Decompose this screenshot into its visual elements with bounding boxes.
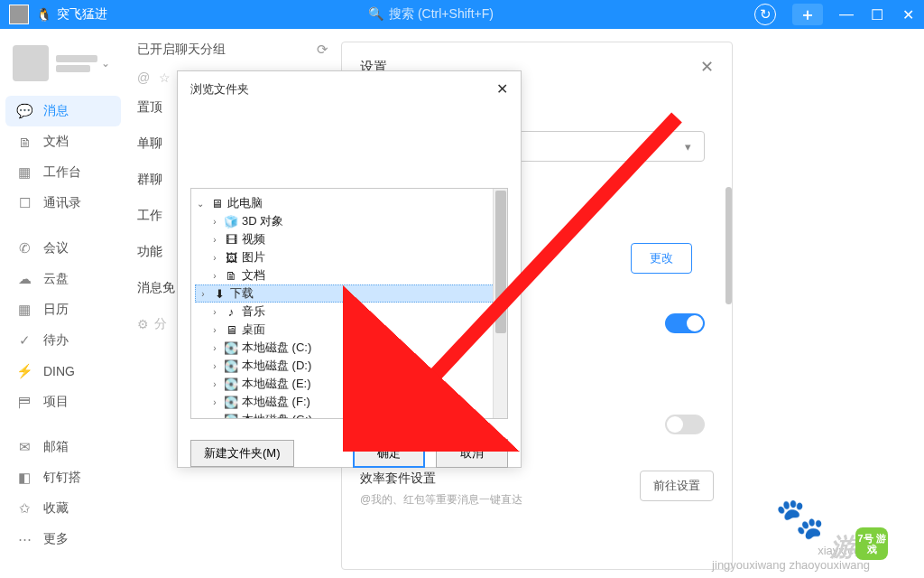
tree-label: 本地磁盘 (F:) [242,394,310,410]
chevron-icon[interactable]: ⌄ [195,199,206,209]
nav-icon: ✩ [16,500,32,517]
chevron-icon[interactable]: › [209,307,220,317]
tree-row-5[interactable]: ›⬇下载 [195,284,504,303]
tree-label: 视频 [242,231,265,247]
user-status-redacted [56,65,90,72]
history-icon[interactable]: ↻ [754,4,776,25]
sidebar-item-13[interactable]: ⋯更多 [0,524,126,555]
sidebar-item-6[interactable]: ▦日历 [0,294,126,325]
tree-row-11[interactable]: ›💽本地磁盘 (F:) [195,393,504,411]
sidebar-item-10[interactable]: ✉邮箱 [0,432,126,462]
maximize-button[interactable]: ☐ [870,6,884,23]
tree-row-9[interactable]: ›💽本地磁盘 (D:) [195,357,504,375]
chevron-icon[interactable]: › [209,361,220,371]
tree-label: 本地磁盘 (E:) [242,376,311,392]
refresh-icon[interactable]: ⟳ [317,42,328,58]
chevron-icon[interactable]: › [209,235,220,245]
chevron-icon[interactable]: › [209,343,220,353]
app-title: 突飞猛进 [57,6,107,23]
tree-label: 此电脑 [227,195,263,211]
plus-button[interactable]: ＋ [792,4,823,25]
chevron-icon[interactable]: › [209,253,220,263]
close-icon[interactable]: ✕ [700,57,714,77]
folder-icon: 🎞 [224,232,238,247]
settings-row-label: 分 [154,316,167,332]
search-input[interactable]: 🔍搜索 (Ctrl+Shift+F) [332,3,530,26]
grouping-label: 已开启聊天分组 [137,42,226,58]
chevron-icon[interactable]: › [198,289,208,299]
tree-row-2[interactable]: ›🎞视频 [195,230,504,248]
tree-label: 下载 [230,285,254,302]
tree-row-1[interactable]: ›🧊3D 对象 [195,212,504,230]
nav-label: 待办 [43,332,69,349]
sidebar-item-7[interactable]: ✓待办 [0,325,126,356]
sidebar-item-5[interactable]: ☁云盘 [0,264,126,294]
watermark-badge: 7号 游戏 [855,527,888,560]
gear-icon: ⚙ [137,317,149,331]
change-button[interactable]: 更改 [631,243,692,274]
nav-label: 通讯录 [43,195,81,211]
nav-label: 收藏 [43,500,69,517]
goto-settings-button[interactable]: 前往设置 [640,471,714,501]
settings-scrollbar[interactable] [725,187,732,304]
tree-scrollbar[interactable] [493,189,507,418]
app-icon: 🐧 [36,7,51,22]
toggle-2[interactable] [665,415,705,434]
tree-row-6[interactable]: ›♪音乐 [195,303,504,321]
close-button[interactable]: ✕ [901,6,915,23]
nav-icon: ☐ [16,195,32,211]
dialog-title: 浏览文件夹 [190,81,249,98]
nav-icon: ✉ [16,439,32,455]
cancel-button[interactable]: 取消 [436,439,508,468]
user-block[interactable]: ⌄ [0,40,126,96]
folder-icon: 💽 [224,359,238,373]
nav-label: 文档 [43,134,69,150]
search-placeholder: 搜索 (Ctrl+Shift+F) [389,6,494,21]
tree-row-8[interactable]: ›💽本地磁盘 (C:) [195,339,504,357]
chevron-icon[interactable]: › [209,217,220,227]
folder-icon: 🖥 [209,196,224,210]
tree-row-7[interactable]: ›🖥桌面 [195,321,504,339]
sidebar: ⌄ 💬消息🗎文档▦工作台☐通讯录✆会议☁云盘▦日历✓待办⚡DING⛿项目✉邮箱◧… [0,29,126,578]
new-folder-button[interactable]: 新建文件夹(M) [190,440,294,467]
nav-icon: ✆ [16,240,32,256]
tree-row-0[interactable]: ⌄🖥此电脑 [195,194,504,212]
chevron-icon[interactable]: › [209,397,220,407]
nav-icon: ☁ [16,271,32,287]
folder-icon: 💽 [224,377,238,391]
chevron-icon[interactable]: › [209,271,220,281]
folder-icon: ♪ [224,304,238,319]
sidebar-item-0[interactable]: 💬消息 [5,96,121,126]
chevron-icon[interactable]: › [209,379,220,389]
nav-label: 云盘 [43,271,69,287]
sidebar-item-4[interactable]: ✆会议 [0,233,126,264]
minimize-button[interactable]: — [839,6,854,23]
tree-row-10[interactable]: ›💽本地磁盘 (E:) [195,375,504,393]
ok-button[interactable]: 确定 [353,439,425,468]
sidebar-item-8[interactable]: ⚡DING [0,356,126,387]
tree-row-3[interactable]: ›🖼图片 [195,248,504,266]
chevron-icon[interactable]: › [209,415,220,420]
folder-icon: 💽 [224,413,238,419]
toggle-1[interactable] [665,313,705,333]
at-icon[interactable]: @ [137,70,150,85]
nav-icon: ⋯ [16,531,32,547]
folder-icon: 🖼 [224,250,238,265]
dialog-close-icon[interactable]: ✕ [496,80,508,98]
sidebar-item-11[interactable]: ◧钉钉搭 [0,462,126,493]
search-icon: 🔍 [368,6,383,21]
star-icon[interactable]: ☆ [159,70,171,85]
nav-label: 工作台 [43,164,81,181]
user-avatar[interactable] [9,5,29,24]
sidebar-item-2[interactable]: ▦工作台 [0,157,126,188]
sidebar-item-12[interactable]: ✩收藏 [0,493,126,524]
tree-label: 桌面 [242,322,265,338]
sidebar-item-9[interactable]: ⛿项目 [0,387,126,417]
tree-row-12[interactable]: ›💽本地磁盘 (G:) [195,411,504,419]
sidebar-item-3[interactable]: ☐通讯录 [0,188,126,219]
tree-row-4[interactable]: ›🗎文档 [195,266,504,284]
sidebar-item-1[interactable]: 🗎文档 [0,126,126,157]
tree-label: 3D 对象 [242,213,283,229]
folder-tree: ⌄🖥此电脑›🧊3D 对象›🎞视频›🖼图片›🗎文档›⬇下载›♪音乐›🖥桌面›💽本地… [190,188,508,419]
chevron-icon[interactable]: › [209,325,220,335]
